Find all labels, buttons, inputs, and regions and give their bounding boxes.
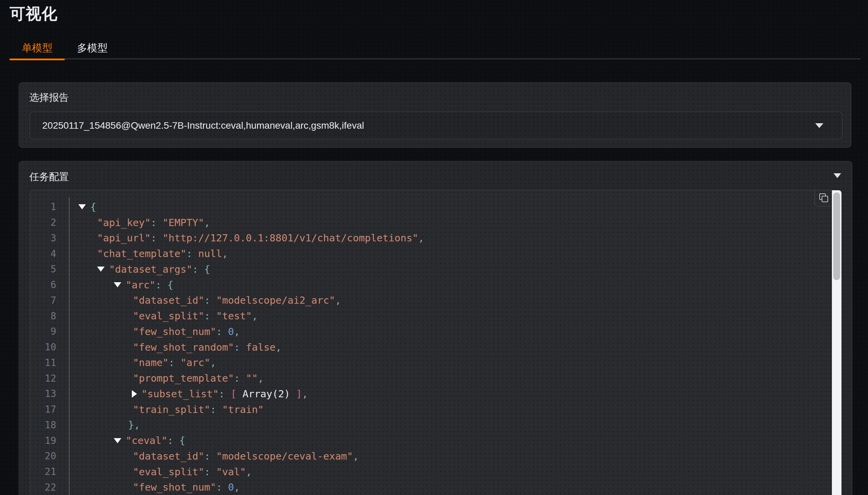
token-key: "api_url" [97,232,151,244]
token-str: "modelscope/ai2_arc" [216,294,335,306]
line-number: 6 [30,279,69,290]
token-num: 0 [228,481,234,493]
token-punc: : [219,388,231,400]
token-brace: { [167,279,173,291]
token-bracket: ] [290,388,302,400]
collapse-caret-icon[interactable] [97,267,105,272]
token-punc: , [353,450,359,462]
line-number: 21 [30,466,69,477]
line-number: 3 [30,233,69,244]
code-line-20: 20"dataset_id": "modelscope/ceval-exam", [30,448,832,464]
code-line-18: 18}, [30,417,832,433]
token-bracket: [ [231,388,243,400]
token-str: "http://127.0.0.1:8801/v1/chat/completio… [162,232,418,244]
report-dropdown[interactable]: 20250117_154856@Qwen2.5-7B-Instruct:ceva… [30,112,842,139]
token-punc: : [234,341,246,353]
task-config-accordion: 任务配置 1{2"api_key": "EMPTY",3"api_url": "… [19,161,852,495]
token-punc: : [204,450,216,462]
collapse-caret-icon[interactable] [114,438,121,443]
line-number: 13 [30,388,69,399]
scrollbar-track[interactable] [832,190,841,495]
token-num: 0 [228,326,234,337]
token-key: "name" [133,357,169,368]
token-punc: , [234,481,240,493]
code-line-9: 9"few_shot_num": 0, [30,324,832,339]
token-punc: : [155,279,167,291]
token-brace: { [179,435,185,446]
line-number: 2 [30,217,69,228]
tab-multi-model[interactable]: 多模型 [65,37,120,59]
token-key: "few_shot_num" [133,326,216,337]
line-number: 1 [30,201,69,212]
token-punc: : [167,435,179,446]
token-punc: : [210,404,222,415]
token-punc: , [204,217,210,228]
token-arr: Array(2) [243,388,290,400]
line-number: 11 [30,357,69,368]
line-number: 8 [30,310,69,322]
token-str: "" [246,372,258,384]
token-punc: , [210,357,216,368]
accordion-collapse-caret-icon[interactable] [834,173,841,178]
token-punc: , [134,419,140,431]
scrollbar-thumb[interactable] [833,192,840,280]
line-number: 10 [30,341,69,353]
token-punc: , [418,232,424,244]
token-brace: } [128,419,134,431]
code-line-21: 21"eval_split": "val", [30,464,832,480]
code-line-13: 13"subset_list": [ Array(2) ], [30,386,832,402]
code-line-19: 19"ceval": { [30,433,832,448]
code-line-1: 1{ [30,199,832,215]
line-number: 17 [30,404,69,415]
code-line-6: 6"arc": { [30,277,832,293]
token-str: "train" [222,404,264,415]
token-key: "chat_template" [97,248,186,259]
code-line-11: 11"name": "arc", [30,355,832,371]
token-bool: false [246,341,276,353]
token-punc: , [335,294,341,306]
token-str: "EMPTY" [162,217,204,228]
collapse-caret-icon[interactable] [114,282,121,287]
token-punc: , [222,248,228,259]
task-config-title: 任务配置 [29,170,69,184]
token-punc: : [234,372,246,384]
token-punc: : [151,217,162,228]
token-punc: , [252,310,258,322]
token-key: "dataset_args" [109,264,192,275]
token-punc: : [216,481,228,493]
token-str: "test" [216,310,252,322]
line-number: 19 [30,435,69,446]
line-number: 7 [30,295,69,306]
code-line-12: 12"prompt_template": "", [30,370,832,386]
collapse-caret-icon[interactable] [78,204,86,209]
copy-button[interactable] [815,190,832,206]
token-punc: : [204,294,216,306]
code-line-17: 17"train_split": "train" [30,402,832,417]
token-punc: , [246,466,252,478]
code-line-2: 2"api_key": "EMPTY", [30,215,832,230]
token-punc: : [169,357,181,368]
code-line-7: 7"dataset_id": "modelscope/ai2_arc", [30,293,832,308]
token-null: null [198,248,222,259]
line-number: 9 [30,326,69,337]
token-key: "eval_split" [133,310,204,322]
token-key: "dataset_id" [133,450,204,462]
code-line-10: 10"few_shot_random": false, [30,339,832,355]
code-line-5: 5"dataset_args": { [30,261,832,277]
token-punc: , [276,341,281,353]
token-str: "modelscope/ceval-exam" [216,450,353,462]
task-config-header[interactable]: 任务配置 [19,161,852,190]
copy-icon [819,193,829,203]
line-number: 18 [30,419,69,431]
token-str: "arc" [181,357,210,368]
token-brace: { [204,264,210,275]
code-line-22: 22"few_shot_num": 0, [30,480,832,495]
tab-single-model[interactable]: 单模型 [10,37,65,59]
token-punc: : [151,232,162,244]
report-select-label: 选择报告 [29,91,69,105]
code-rows: 1{2"api_key": "EMPTY",3"api_url": "http:… [30,190,832,495]
expand-caret-icon[interactable] [132,390,137,398]
code-line-4: 4"chat_template": null, [30,246,832,261]
dropdown-caret-icon [815,123,823,128]
token-key: "ceval" [126,435,167,446]
